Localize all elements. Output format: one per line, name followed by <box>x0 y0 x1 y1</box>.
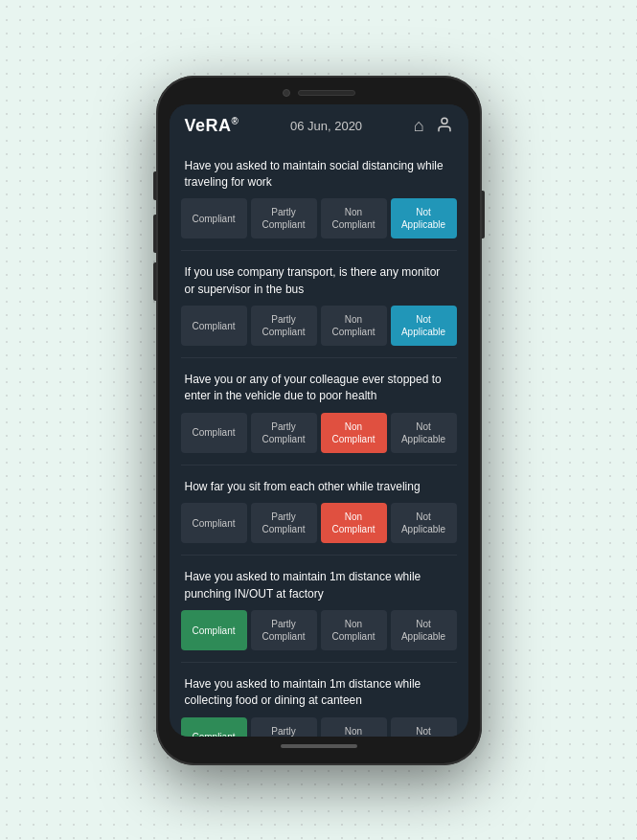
question-block-q2: If you use company transport, is there a… <box>181 250 457 346</box>
user-icon[interactable] <box>436 116 453 137</box>
answer-btn-q3-2[interactable]: Non Compliant <box>321 413 387 453</box>
answer-btn-q1-1[interactable]: Partly Compliant <box>251 198 317 238</box>
answer-btn-q1-0[interactable]: Compliant <box>181 198 247 238</box>
answer-btn-q4-2[interactable]: Non Compliant <box>321 503 387 543</box>
volume-up-button <box>153 215 156 253</box>
answer-btn-q5-3[interactable]: Not Applicable <box>391 610 457 650</box>
answer-btn-q2-0[interactable]: Compliant <box>181 306 247 346</box>
divider <box>181 662 457 663</box>
question-text-q1: Have you asked to maintain social distan… <box>181 148 457 199</box>
question-block-q4: How far you sit from each other while tr… <box>181 465 457 543</box>
phone-top-notch <box>170 89 468 97</box>
question-text-q5: Have you asked to maintain 1m distance w… <box>181 559 457 610</box>
phone-bottom-bar <box>170 737 468 752</box>
question-text-q6: Have you asked to maintain 1m distance w… <box>181 667 457 717</box>
volume-down-button <box>153 262 156 301</box>
divider <box>181 465 457 465</box>
answer-btn-q4-1[interactable]: Partly Compliant <box>251 503 317 543</box>
answer-row-q5: CompliantPartly CompliantNon CompliantNo… <box>181 610 457 650</box>
answer-btn-q5-0[interactable]: Compliant <box>181 610 247 650</box>
answer-row-q6: CompliantPartly CompliantNon CompliantNo… <box>181 717 457 737</box>
app-date: 06 Jun, 2020 <box>290 119 362 133</box>
earpiece-speaker <box>298 90 355 96</box>
divider <box>181 357 457 358</box>
answer-btn-q5-1[interactable]: Partly Compliant <box>251 610 317 650</box>
answer-row-q2: CompliantPartly CompliantNon CompliantNo… <box>181 306 457 346</box>
question-block-q6: Have you asked to maintain 1m distance w… <box>181 662 457 736</box>
question-block-q3: Have you or any of your colleague ever s… <box>181 357 457 453</box>
answer-btn-q4-0[interactable]: Compliant <box>181 503 247 543</box>
phone-frame: VeRA® 06 Jun, 2020 ⌂ Have you asked to m… <box>156 76 482 765</box>
divider <box>181 250 457 251</box>
answer-btn-q6-2[interactable]: Non Compliant <box>321 717 387 737</box>
answer-btn-q1-3[interactable]: Not Applicable <box>391 198 457 238</box>
answer-btn-q5-2[interactable]: Non Compliant <box>321 610 387 650</box>
answer-btn-q3-3[interactable]: Not Applicable <box>391 413 457 453</box>
answer-btn-q2-2[interactable]: Non Compliant <box>321 306 387 346</box>
answer-row-q4: CompliantPartly CompliantNon CompliantNo… <box>181 503 457 543</box>
header-icons: ⌂ <box>414 116 453 137</box>
answer-btn-q2-1[interactable]: Partly Compliant <box>251 306 317 346</box>
answer-btn-q6-3[interactable]: Not Applicable <box>391 717 457 737</box>
phone-screen: VeRA® 06 Jun, 2020 ⌂ Have you asked to m… <box>170 104 468 737</box>
app-content: Have you asked to maintain social distan… <box>170 148 468 737</box>
svg-point-0 <box>442 118 447 124</box>
app-logo: VeRA® <box>185 116 239 136</box>
answer-btn-q6-0[interactable]: Compliant <box>181 717 247 737</box>
answer-btn-q2-3[interactable]: Not Applicable <box>391 306 457 346</box>
question-block-q5: Have you asked to maintain 1m distance w… <box>181 555 457 650</box>
home-icon[interactable]: ⌂ <box>414 116 424 136</box>
app-header: VeRA® 06 Jun, 2020 ⌂ <box>170 104 468 148</box>
question-text-q3: Have you or any of your colleague ever s… <box>181 362 457 413</box>
answer-btn-q6-1[interactable]: Partly Compliant <box>251 717 317 737</box>
power-button <box>482 191 485 238</box>
answer-btn-q1-2[interactable]: Non Compliant <box>321 198 387 238</box>
question-text-q2: If you use company transport, is there a… <box>181 255 457 306</box>
front-camera <box>283 89 290 97</box>
divider <box>181 555 457 556</box>
answer-btn-q3-0[interactable]: Compliant <box>181 413 247 453</box>
silent-button <box>153 171 156 200</box>
answer-btn-q4-3[interactable]: Not Applicable <box>391 503 457 543</box>
answer-row-q1: CompliantPartly CompliantNon CompliantNo… <box>181 198 457 238</box>
question-text-q4: How far you sit from each other while tr… <box>181 469 457 503</box>
answer-btn-q3-1[interactable]: Partly Compliant <box>251 413 317 453</box>
question-block-q1: Have you asked to maintain social distan… <box>181 148 457 239</box>
home-indicator <box>281 744 357 748</box>
answer-row-q3: CompliantPartly CompliantNon CompliantNo… <box>181 413 457 453</box>
